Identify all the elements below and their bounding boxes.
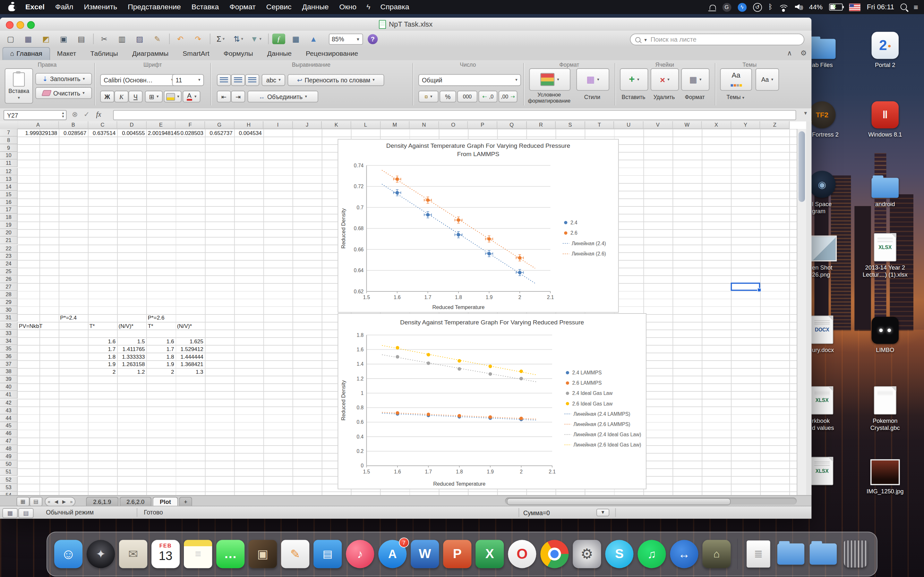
undo-icon[interactable]: ↶ — [173, 32, 187, 45]
row-header-7[interactable]: 7 — [0, 129, 18, 137]
borders-button[interactable]: ⊞▾ — [145, 91, 163, 103]
cell-F35[interactable]: 1.529412 — [176, 346, 204, 353]
tabbar-button-1[interactable]: ▦ — [16, 497, 29, 506]
styles-button[interactable]: ▦▾ — [576, 68, 609, 91]
pages-dock-icon[interactable]: ✎ — [281, 540, 309, 568]
theme-fonts-button[interactable]: Aa▾ — [756, 68, 779, 91]
row-header-39[interactable]: 39 — [0, 376, 18, 384]
sheet-tab-2.6,2.0[interactable]: 2.6,2.0 — [120, 497, 152, 506]
menu-данные[interactable]: Данные — [297, 0, 334, 14]
cell-E34[interactable]: 1.6 — [147, 338, 175, 345]
tabbar-button-2[interactable]: ▤ — [29, 497, 42, 506]
template-gallery-icon[interactable]: ▦ — [21, 32, 35, 45]
finder-dock-icon[interactable]: ☺ — [54, 540, 82, 568]
row-header-34[interactable]: 34 — [0, 337, 18, 345]
column-header-J[interactable]: J — [292, 121, 322, 129]
row-header-27[interactable]: 27 — [0, 283, 18, 291]
apple-menu-icon[interactable] — [8, 3, 15, 11]
row-header-45[interactable]: 45 — [0, 422, 18, 430]
add-sheet-button[interactable]: + — [179, 497, 192, 506]
table-icon[interactable]: ▦ — [289, 32, 303, 45]
row-header-11[interactable]: 11 — [0, 160, 18, 167]
cell-C37[interactable]: 1.9 — [88, 361, 117, 368]
windows-8-1[interactable]: ‖Windows 8.1 — [856, 99, 915, 139]
row-header-26[interactable]: 26 — [0, 276, 18, 283]
column-header-D[interactable]: D — [118, 121, 147, 129]
row-header-36[interactable]: 36 — [0, 353, 18, 360]
increase-decimal-button[interactable]: ⇠,0 — [478, 91, 497, 103]
row-header-20[interactable]: 20 — [0, 229, 18, 237]
save-icon[interactable]: ▣ — [57, 32, 71, 45]
row-header-33[interactable]: 33 — [0, 330, 18, 337]
redo-icon[interactable]: ↷ — [191, 32, 205, 45]
cell-F34[interactable]: 1.625 — [176, 338, 204, 345]
cancel-icon[interactable]: ⊗ — [72, 110, 78, 118]
cell-A7[interactable]: 1.999329138 — [18, 129, 58, 137]
cell-G7[interactable]: 0.652737 — [205, 129, 234, 137]
row-header-43[interactable]: 43 — [0, 406, 18, 414]
sheet-tab-Plot[interactable]: Plot — [153, 497, 178, 506]
fill-button[interactable]: ⇣ Заполнить▾ — [35, 73, 92, 85]
cell-E36[interactable]: 1.8 — [147, 353, 175, 360]
cell-E7[interactable]: 2.001948145 — [147, 129, 175, 137]
menu-окно[interactable]: Окно — [334, 0, 362, 14]
ribbon-tab-таблицы[interactable]: Таблицы — [83, 48, 125, 60]
wifi-icon[interactable] — [779, 3, 788, 11]
mail-dock-icon[interactable]: ✉ — [119, 540, 147, 568]
abc-button[interactable]: abc▾ — [262, 74, 285, 86]
ribbon-collapse-icon[interactable]: ∧ — [787, 49, 792, 57]
menu-формат[interactable]: Формат — [224, 0, 261, 14]
column-header-E[interactable]: E — [147, 121, 176, 129]
row-header-13[interactable]: 13 — [0, 175, 18, 183]
formula-input[interactable] — [113, 110, 796, 120]
cell-H7[interactable]: 0.004534 — [234, 129, 263, 137]
row-header-10[interactable]: 10 — [0, 152, 18, 160]
format-painter-icon[interactable]: ✎ — [150, 32, 164, 45]
horizontal-scrollbar-thumb[interactable] — [507, 498, 731, 505]
opera-dock-icon[interactable]: O — [508, 540, 536, 568]
launchpad-dock-icon[interactable]: ✦ — [87, 540, 115, 568]
titlebar[interactable]: NpT Task.xlsx — [0, 18, 811, 31]
input-language-flag-icon[interactable] — [849, 3, 861, 11]
menu-справка[interactable]: Справка — [375, 0, 415, 14]
formula-builder-icon[interactable]: ƒ — [272, 34, 285, 44]
ribbon-settings-gear-icon[interactable]: ⚙ — [800, 49, 807, 57]
delete-cells-button[interactable]: ×▾ — [651, 68, 679, 91]
pokemon-crystal-gbc[interactable]: PokemonCrystal.gbc — [856, 385, 915, 432]
cell-E35[interactable]: 1.7 — [147, 346, 175, 353]
row-header-42[interactable]: 42 — [0, 399, 18, 406]
ribbon-tab-smartart[interactable]: SmartArt — [176, 48, 216, 60]
cell-C7[interactable]: 0.637514 — [88, 129, 117, 137]
spotlight-icon[interactable] — [901, 3, 907, 10]
row-header-32[interactable]: 32 — [0, 322, 18, 330]
cell-D7[interactable]: 0.004555 — [118, 129, 146, 137]
column-header-M[interactable]: M — [381, 121, 410, 129]
cut-icon[interactable]: ✂ — [97, 32, 111, 45]
row-header-19[interactable]: 19 — [0, 221, 18, 229]
fill-color-button[interactable]: ▾ — [164, 91, 182, 103]
row-header-21[interactable]: 21 — [0, 237, 18, 245]
limbo[interactable]: LIMBO — [856, 314, 915, 354]
chart-2[interactable]: Density Against Temperature Graph For Va… — [338, 313, 646, 489]
img-1250-jpg[interactable]: IMG_1250.jpg — [856, 456, 915, 495]
cell-F32[interactable]: (N/V)* — [176, 322, 204, 330]
help-button[interactable]: ? — [368, 34, 378, 44]
chart-1[interactable]: Density Against Temperature Graph For Va… — [338, 139, 619, 313]
teamviewer-dock-icon[interactable]: ↔ — [670, 540, 698, 568]
cell-E32[interactable]: T* — [147, 322, 175, 330]
column-header-Y[interactable]: Y — [731, 121, 760, 129]
ribbon-tab-данные[interactable]: Данные — [260, 48, 299, 60]
column-header-T[interactable]: T — [585, 121, 614, 129]
row-header-28[interactable]: 28 — [0, 291, 18, 299]
menu-представление[interactable]: Представление — [123, 0, 186, 14]
column-header-P[interactable]: P — [468, 121, 497, 129]
name-box[interactable]: Y27 ▲▼ — [3, 110, 67, 120]
column-header-G[interactable]: G — [205, 121, 234, 129]
volume-icon[interactable]: ))) — [795, 3, 803, 11]
row-header-16[interactable]: 16 — [0, 198, 18, 206]
vertical-scrollbar[interactable] — [796, 129, 806, 495]
app-store-dock-icon[interactable]: A7 — [378, 540, 407, 568]
insert-function-button[interactable]: fx — [96, 110, 101, 119]
bluetooth-icon[interactable]: ᛒ — [768, 3, 772, 11]
applescript-menu-icon[interactable]: ϟ — [362, 3, 375, 11]
